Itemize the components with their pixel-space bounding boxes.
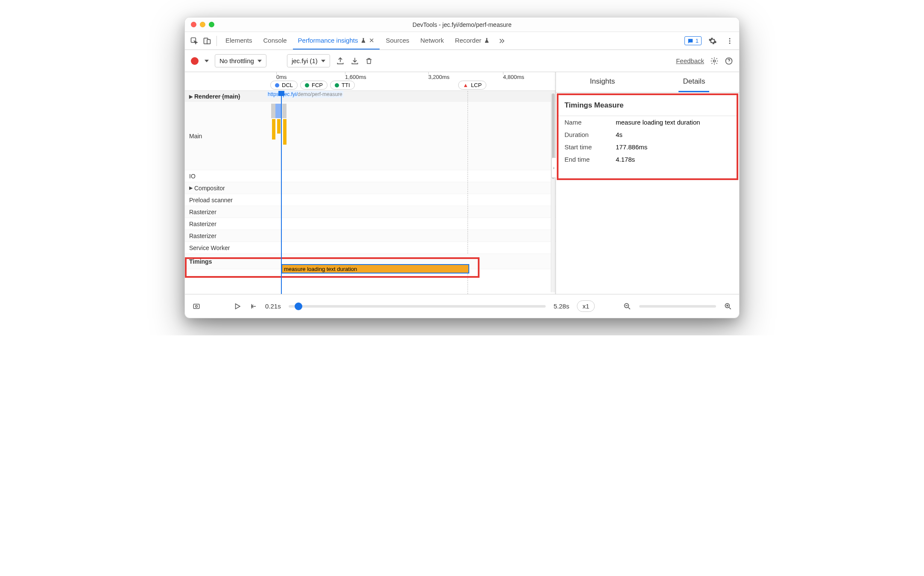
devtools-window: DevTools - jec.fyi/demo/perf-measure Ele… <box>184 17 740 318</box>
window-title: DevTools - jec.fyi/demo/perf-measure <box>185 21 739 28</box>
tab-label: Recorder <box>455 37 482 44</box>
playback-bar: 0.21s 5.28s x1 <box>185 294 739 318</box>
tab-details[interactable]: Details <box>678 72 709 92</box>
tab-console[interactable]: Console <box>258 32 292 49</box>
track-io[interactable]: IO <box>185 170 556 182</box>
speed-chip[interactable]: x1 <box>577 300 595 312</box>
marker-tti[interactable]: TTI <box>330 81 355 90</box>
ruler-tick: 4,800ms <box>503 74 524 80</box>
settings-icon[interactable] <box>707 35 719 47</box>
zoom-out-icon[interactable] <box>623 302 632 311</box>
tab-label: Performance insights <box>298 37 358 44</box>
time-range-slider[interactable] <box>289 305 546 308</box>
ruler-tick: 0ms <box>276 74 287 80</box>
track-preload-scanner[interactable]: Preload scanner <box>185 194 556 206</box>
range-start: 0.21s <box>265 303 281 310</box>
svg-rect-8 <box>193 304 199 308</box>
tab-sources[interactable]: Sources <box>380 32 414 49</box>
track-compositor[interactable]: ▶Compositor <box>185 182 556 194</box>
perf-content: 0ms 1,600ms 3,200ms 4,800ms DCL FCP TTI … <box>185 72 739 294</box>
svg-point-5 <box>729 42 731 44</box>
device-toolbar-icon[interactable] <box>201 35 213 47</box>
perf-toolbar: No throttling jec.fyi (1) Feedback <box>185 50 739 72</box>
record-button[interactable] <box>191 57 199 65</box>
expand-icon: ▶ <box>189 94 193 99</box>
track-renderer[interactable]: ▶Renderer (main) https://jec.fyi/demo/pe… <box>185 91 556 102</box>
tab-performance-insights[interactable]: Performance insights ✕ <box>293 32 380 49</box>
tracks: ▶Renderer (main) https://jec.fyi/demo/pe… <box>185 91 556 294</box>
tab-insights[interactable]: Insights <box>586 72 620 92</box>
zoom-slider[interactable] <box>639 305 716 308</box>
track-main[interactable]: Main <box>185 102 556 170</box>
track-rasterizer[interactable]: Rasterizer <box>185 206 556 218</box>
playhead[interactable] <box>281 91 282 294</box>
time-ruler[interactable]: 0ms 1,600ms 3,200ms 4,800ms DCL FCP TTI … <box>185 72 556 91</box>
chevron-down-icon <box>321 60 325 62</box>
feedback-link[interactable]: Feedback <box>676 57 704 64</box>
recording-select[interactable]: jec.fyi (1) <box>287 54 330 67</box>
recording-value: jec.fyi (1) <box>292 57 318 64</box>
tab-network[interactable]: Network <box>415 32 449 49</box>
collapse-side-icon[interactable]: › <box>551 157 556 178</box>
ruler-tick: 3,200ms <box>428 74 450 80</box>
detail-key: End time <box>564 156 616 163</box>
svg-point-4 <box>729 40 731 41</box>
experiment-icon <box>484 38 490 44</box>
svg-point-6 <box>713 60 716 62</box>
play-icon[interactable] <box>234 303 241 310</box>
warning-icon: ▲ <box>463 82 468 88</box>
close-tab-icon[interactable]: ✕ <box>369 37 374 44</box>
detail-key: Name <box>564 119 616 126</box>
timings-measure-bar[interactable]: measure loading text duration <box>281 264 469 273</box>
timeline-pane: 0ms 1,600ms 3,200ms 4,800ms DCL FCP TTI … <box>185 72 556 294</box>
ruler-tick: 1,600ms <box>345 74 366 80</box>
detail-value: 4s <box>616 131 623 138</box>
expand-icon: ▶ <box>189 185 193 191</box>
track-timings[interactable]: Timings measure loading text duration <box>185 254 556 269</box>
details-header: Timings Measure <box>558 95 737 116</box>
throttling-value: No throttling <box>219 57 254 64</box>
marker-dcl[interactable]: DCL <box>270 81 298 90</box>
marker-fcp[interactable]: FCP <box>300 81 327 90</box>
detail-value: 177.886ms <box>616 143 647 151</box>
svg-rect-2 <box>207 39 211 44</box>
window-titlebar: DevTools - jec.fyi/demo/perf-measure <box>185 17 739 32</box>
panel-settings-icon[interactable] <box>710 57 719 65</box>
panel-tabs: Elements Console Performance insights ✕ … <box>185 32 739 50</box>
delete-icon[interactable] <box>365 57 373 65</box>
issues-count: 1 <box>696 38 699 44</box>
kebab-menu-icon[interactable] <box>724 35 736 47</box>
marker-lcp[interactable]: ▲LCP <box>458 81 486 90</box>
export-icon[interactable] <box>336 57 345 65</box>
issues-badge[interactable]: 1 <box>684 36 702 45</box>
details-card: Timings Measure Namemeasure loading text… <box>557 93 738 180</box>
throttling-select[interactable]: No throttling <box>215 54 266 67</box>
chevron-down-icon <box>257 60 262 62</box>
inspect-element-icon[interactable] <box>188 35 200 47</box>
tab-elements[interactable]: Elements <box>220 32 257 49</box>
track-service-worker[interactable]: Service Worker <box>185 242 556 254</box>
detail-key: Duration <box>564 131 616 138</box>
toggle-overview-icon[interactable] <box>192 303 201 310</box>
track-rasterizer[interactable]: Rasterizer <box>185 230 556 242</box>
svg-point-9 <box>196 305 198 307</box>
experiment-icon <box>360 38 366 44</box>
detail-value: measure loading text duration <box>616 119 700 126</box>
tab-recorder[interactable]: Recorder <box>450 32 495 49</box>
help-icon[interactable] <box>725 57 733 65</box>
detail-value: 4.178s <box>616 156 635 163</box>
track-rasterizer[interactable]: Rasterizer <box>185 218 556 230</box>
range-end: 5.28s <box>553 303 569 310</box>
rewind-icon[interactable] <box>249 303 257 310</box>
svg-point-3 <box>729 38 731 39</box>
more-tabs-icon[interactable] <box>496 35 508 47</box>
record-menu-icon[interactable] <box>205 60 209 62</box>
detail-key: Start time <box>564 143 616 151</box>
import-icon[interactable] <box>351 57 359 65</box>
side-panel: › Insights Details Timings Measure Namem… <box>556 72 739 294</box>
zoom-in-icon[interactable] <box>724 302 732 311</box>
